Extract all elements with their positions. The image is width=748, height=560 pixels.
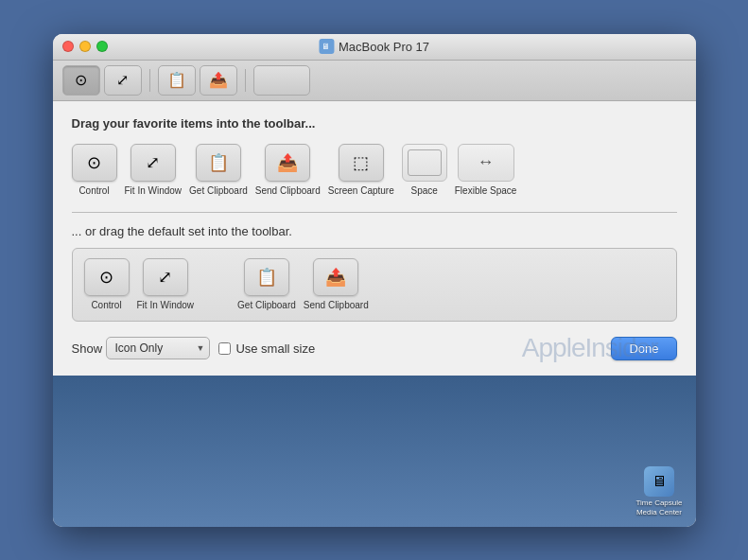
close-button[interactable] [62,41,74,52]
titlebar: 🖥 MacBook Pro 17 [53,34,696,61]
default-item-control-icon: ⊙ [84,258,130,296]
desktop-icon: 🖥 Time CapsuleMedia Center [635,466,682,516]
item-screen-capture[interactable]: ⬚ Screen Capture [328,144,394,197]
default-item-send-clipboard-icon: 📤 [313,258,358,296]
separator [72,212,677,213]
drag-instruction: Drag your favorite items into the toolba… [72,116,677,131]
traffic-lights [62,41,108,52]
default-item-control[interactable]: ⊙ Control [84,258,130,311]
toolbar-fit-window-button[interactable]: ⤢ [104,65,142,96]
show-select[interactable]: Icon Only Icon and Text Text Only [106,337,210,359]
toolbar-items-row: ⊙ Control ⤢ Fit In Window 📋 Get Clipboar… [72,144,677,197]
default-item-send-clipboard[interactable]: 📤 Send Clipboard [304,258,369,311]
item-flexible-space[interactable]: ↔ Flexible Space [455,144,517,197]
item-send-clipboard-icon: 📤 [265,144,310,182]
default-item-send-clipboard-label: Send Clipboard [304,300,369,311]
item-space[interactable]: Space [402,144,447,197]
toolbar-extra-button[interactable] [253,65,310,96]
toolbar-control-button[interactable]: ⊙ [62,65,100,96]
default-instruction: ... or drag the default set into the too… [72,224,677,238]
show-label: Show [72,341,103,356]
default-item-get-clipboard-label: Get Clipboard [237,300,296,311]
small-size-label: Use small size [235,341,315,356]
toolbar: ⊙ ⤢ 📋 📤 [53,61,696,101]
window-title: 🖥 MacBook Pro 17 [319,39,429,54]
toolbar-separator-2 [245,69,246,92]
desktop-background: 🖥 Time CapsuleMedia Center [53,376,696,527]
content-panel: Drag your favorite items into the toolba… [53,101,696,376]
title-text: MacBook Pro 17 [339,40,429,54]
small-size-checkbox-wrapper[interactable]: Use small size [218,341,315,356]
bottom-row: Show Icon Only Icon and Text Text Only ▼… [72,337,677,360]
item-control[interactable]: ⊙ Control [72,144,117,197]
time-capsule-label: Time CapsuleMedia Center [635,499,682,516]
default-item-fit-in-window[interactable]: ⤢ Fit In Window [137,258,195,311]
maximize-button[interactable] [96,41,108,52]
default-item-fit-in-window-icon: ⤢ [143,258,188,296]
toolbar-separator [149,69,150,92]
default-item-control-label: Control [91,300,121,311]
item-control-icon: ⊙ [72,144,117,182]
item-get-clipboard-icon: 📋 [196,144,241,182]
default-set-box: ⊙ Control ⤢ Fit In Window 📋 Get Clipboar… [72,248,677,322]
main-window: 🖥 MacBook Pro 17 ⊙ ⤢ 📋 📤 Drag your favor… [53,34,696,527]
show-select-wrapper: Icon Only Icon and Text Text Only ▼ [106,337,210,359]
item-flexible-space-icon: ↔ [458,144,514,182]
item-screen-capture-icon: ⬚ [339,144,384,182]
item-fit-in-window-label: Fit In Window [125,185,183,197]
item-send-clipboard[interactable]: 📤 Send Clipboard [255,144,321,197]
item-space-icon [402,144,447,182]
window-icon: 🖥 [319,39,334,54]
small-size-checkbox[interactable] [218,342,231,355]
item-get-clipboard-label: Get Clipboard [189,185,248,197]
item-get-clipboard[interactable]: 📋 Get Clipboard [189,144,248,197]
item-fit-in-window-icon: ⤢ [130,144,176,182]
done-button[interactable]: Done [611,337,676,360]
toolbar-send-clipboard-button[interactable]: 📤 [200,65,237,96]
item-control-label: Control [78,185,109,197]
minimize-button[interactable] [79,41,91,52]
default-item-get-clipboard[interactable]: 📋 Get Clipboard [237,258,296,311]
item-screen-capture-label: Screen Capture [328,185,394,197]
toolbar-get-clipboard-button[interactable]: 📋 [158,65,196,96]
item-send-clipboard-label: Send Clipboard [255,185,321,197]
item-flexible-space-label: Flexible Space [455,185,517,197]
item-space-label: Space [411,185,438,197]
default-item-fit-in-window-label: Fit In Window [137,300,195,311]
default-item-get-clipboard-icon: 📋 [244,258,289,296]
time-capsule-icon: 🖥 [644,466,674,497]
item-fit-in-window[interactable]: ⤢ Fit In Window [125,144,183,197]
